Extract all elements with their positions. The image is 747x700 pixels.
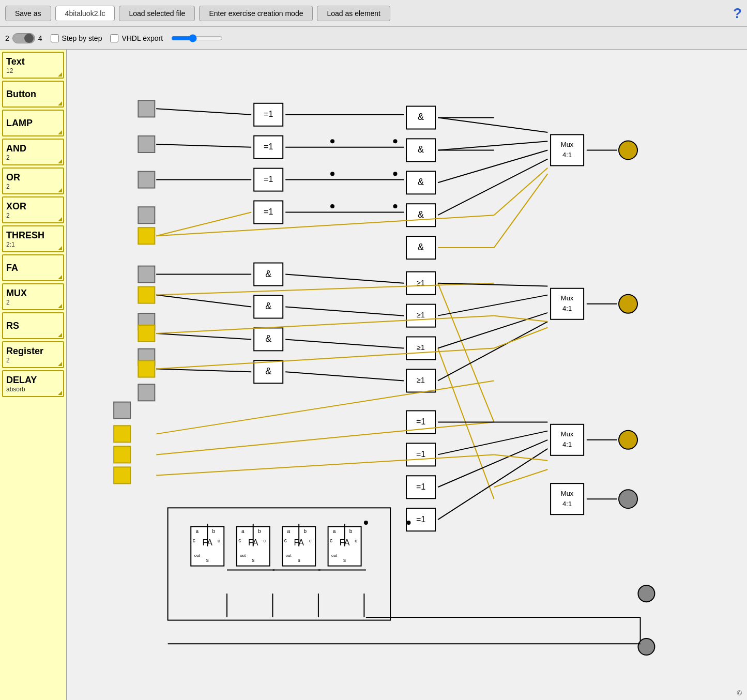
sidebar-item-title-6: THRESH (6, 230, 60, 241)
toolbar: Save as 4bitaluok2.lc Load selected file… (0, 0, 747, 27)
bit-toggle-group: 2 4 (5, 33, 42, 43)
sidebar-item-title-8: MUX (6, 288, 60, 299)
help-icon[interactable]: ? (733, 5, 742, 22)
sidebar-item-corner-0 (58, 72, 62, 77)
zoom-slider[interactable] (171, 34, 223, 42)
bit-toggle-switch[interactable] (12, 33, 35, 43)
exercise-mode-button[interactable]: Enter exercise creation mode (199, 6, 313, 21)
sidebar-item-button[interactable]: Button (2, 81, 64, 108)
sidebar-item-title-4: OR (6, 172, 60, 183)
sidebar: Text 12 Button LAMP AND 2 OR 2 XOR 2 THR… (0, 50, 67, 700)
sidebar-item-text[interactable]: Text 12 (2, 52, 64, 79)
vhdl-checkbox[interactable] (110, 34, 118, 42)
sidebar-item-title-2: LAMP (6, 118, 60, 129)
sidebar-item-lamp[interactable]: LAMP (2, 110, 64, 136)
sidebar-item-corner-2 (58, 130, 62, 134)
sidebar-item-sub-10: 2 (6, 357, 60, 364)
sidebar-item-corner-8 (58, 304, 62, 308)
sidebar-item-sub-11: absorb (6, 386, 60, 393)
load-selected-button[interactable]: Load selected file (119, 6, 195, 21)
sidebar-item-and[interactable]: AND 2 (2, 139, 64, 165)
sidebar-item-corner-3 (58, 159, 62, 163)
zoom-slider-group (171, 34, 223, 42)
sidebar-item-corner-4 (58, 188, 62, 192)
toggle-left-label: 2 (5, 34, 9, 42)
sidebar-item-corner-7 (58, 275, 62, 279)
sidebar-item-rs[interactable]: RS (2, 312, 64, 339)
sidebar-item-corner-5 (58, 217, 62, 221)
sidebar-item-title-1: Button (6, 89, 60, 100)
sidebar-item-title-10: Register (6, 346, 60, 357)
sidebar-item-title-9: RS (6, 321, 60, 331)
sidebar-item-sub-0: 12 (6, 67, 60, 74)
circuit-canvas[interactable] (67, 50, 747, 700)
sidebar-item-corner-11 (58, 391, 62, 395)
step-by-step-checkbox[interactable] (51, 34, 59, 42)
filename-display: 4bitaluok2.lc (55, 6, 115, 21)
sidebar-item-corner-9 (58, 333, 62, 337)
sidebar-item-thresh[interactable]: THRESH 2:1 (2, 225, 64, 252)
load-element-button[interactable]: Load as element (317, 6, 390, 21)
sidebar-item-title-0: Text (6, 56, 60, 67)
step-by-step-checkbox-label[interactable]: Step by step (51, 34, 102, 42)
copyright-label: © (737, 689, 742, 697)
sidebar-item-sub-4: 2 (6, 183, 60, 190)
toggle-right-label: 4 (38, 34, 42, 42)
save-as-button[interactable]: Save as (5, 6, 51, 21)
vhdl-label: VHDL export (121, 34, 163, 42)
sidebar-item-or[interactable]: OR 2 (2, 168, 64, 194)
sidebar-item-title-7: FA (6, 263, 60, 273)
sidebar-item-fa[interactable]: FA (2, 254, 64, 281)
sidebar-item-mux[interactable]: MUX 2 (2, 283, 64, 310)
sidebar-item-xor[interactable]: XOR 2 (2, 196, 64, 223)
sidebar-item-corner-10 (58, 362, 62, 366)
vhdl-checkbox-label[interactable]: VHDL export (110, 34, 163, 42)
toggle-knob (24, 34, 34, 43)
sidebar-item-title-5: XOR (6, 201, 60, 212)
sidebar-item-corner-6 (58, 246, 62, 250)
sidebar-item-register[interactable]: Register 2 (2, 341, 64, 368)
sidebar-item-sub-6: 2:1 (6, 241, 60, 248)
second-bar: 2 4 Step by step VHDL export (0, 27, 747, 50)
sidebar-item-title-11: DELAY (6, 375, 60, 386)
sidebar-item-title-3: AND (6, 143, 60, 154)
sidebar-item-sub-8: 2 (6, 299, 60, 306)
sidebar-item-corner-1 (58, 101, 62, 105)
sidebar-item-sub-3: 2 (6, 154, 60, 161)
step-by-step-label: Step by step (62, 34, 102, 42)
main-layout: Text 12 Button LAMP AND 2 OR 2 XOR 2 THR… (0, 50, 747, 700)
sidebar-item-sub-5: 2 (6, 212, 60, 219)
sidebar-item-delay[interactable]: DELAY absorb (2, 370, 64, 397)
canvas-area[interactable]: © (67, 50, 747, 700)
